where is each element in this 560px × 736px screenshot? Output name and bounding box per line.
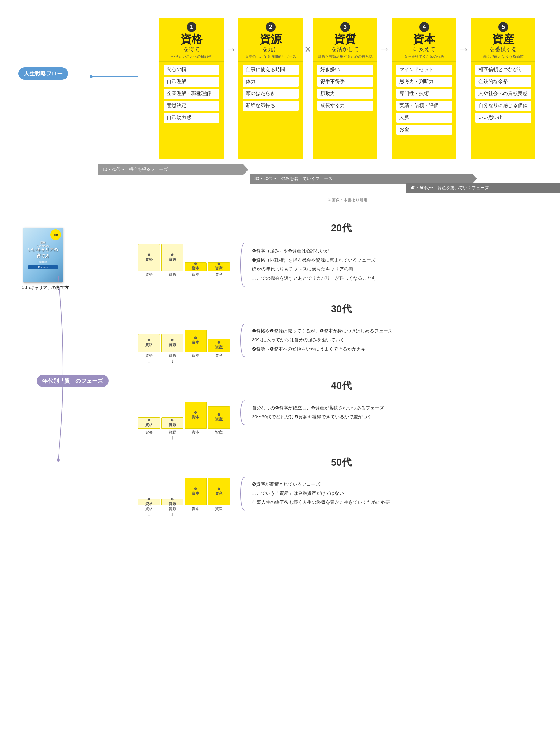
- flow-card-header-4: 4 資本 に変えて 資産を得てくための強み: [392, 18, 456, 62]
- flow-card-3: 3 資質 を活かして 資源を有効活用するための持ち味 好き嫌い得手不得手原動力成…: [313, 18, 377, 159]
- flow-card-item: 意思決定: [164, 101, 219, 111]
- bar-col-1: ❶資格 資格 ↓: [138, 477, 160, 511]
- desc-item: ❷資源→❹資本への変換をいかにうまくできるかがカギ: [252, 345, 393, 353]
- flow-card-item: 原動力: [317, 89, 373, 99]
- brace-desc-30代: ❶資格や❷資源は減ってくるが、❹資本が身につきはじめるフェーズ30代に入ってから…: [239, 321, 548, 360]
- flow-card-header-1: 1 資格 を得て やりたいことへの挑戦権: [159, 18, 224, 62]
- flow-card-2: 2 資源 を元に 資本の元となる時間的リソース 仕事に使える時間体力頭のはたらき…: [238, 18, 303, 159]
- flow-card-header-2: 2 資源 を元に 資本の元となる時間的リソース: [238, 18, 303, 62]
- bar-col-2: ❷資源 資源: [161, 243, 183, 276]
- bar-4: ❹資本: [185, 262, 207, 271]
- flow-card-item: 成長する力: [317, 101, 373, 111]
- bar-col-4: ❹資本 資本: [185, 324, 207, 357]
- flow-card-items-5: 相互信頼とつながり金銭的な余裕人や社会への貢献実感自分なりに感じる価値いい思い出: [471, 62, 535, 159]
- bar-1: ❶資格: [138, 334, 160, 352]
- age-title-20代: 20代: [135, 221, 548, 235]
- bar-col-2: ❷資源 資源 ↓: [161, 477, 183, 511]
- flow-card-title-3: 資質: [315, 33, 375, 45]
- flow-card-items-3: 好き嫌い得手不得手原動力成長する力: [313, 62, 377, 159]
- desc-item: ここでの機会を逃すとあとでリカバリーが難しくなることも: [252, 274, 376, 282]
- brace-svg-20代: [239, 240, 248, 290]
- flow-card-item: 企業理解・職種理解: [164, 89, 219, 99]
- age-sections-label: 年代別「質」のフェーズ: [37, 375, 109, 387]
- age-section-20代: 20代 ❶資格 資格 ❷資源 資源 ❹資本 資本 ❺資産 資産: [135, 221, 548, 290]
- bar-col-2: ❷資源 資源 ↓: [161, 324, 183, 357]
- bar-2: ❷資源: [161, 244, 183, 271]
- bar-4: ❹資本: [185, 330, 207, 352]
- flow-card-title-4: 資本: [394, 33, 454, 45]
- flow-card-title-5: 資産: [474, 33, 533, 45]
- arrow-separator: →: [458, 18, 469, 56]
- age-section-30代: 30代 ❶資格 資格 ↓ ❷資源 資源 ↓ ❹資本 資本 ❺資産 資産: [135, 302, 548, 367]
- desc-item: 自分なりの❹資本が確立し、❺資産が蓄積されつつあるフェーズ: [252, 404, 384, 412]
- flow-card-subtitle-2: を元に: [241, 45, 300, 53]
- age-section-50代: 50代 ❶資格 資格 ↓ ❷資源 資源 ↓ ❹資本 資本 ❺資産 資産: [135, 456, 548, 520]
- ages-container: 年代別「質」のフェーズ20代 ❶資格 資格 ❷資源 資源 ❹資本 資本 ❺資産 …: [74, 221, 548, 520]
- flow-card-items-2: 仕事に使える時間体力頭のはたらき新鮮な気持ち: [238, 62, 303, 159]
- brace-svg-50代: [239, 474, 248, 513]
- desc-item: 仕事人生の終了後も続く人生の終盤を豊かに生きていくために必要: [252, 498, 390, 506]
- bar-chart-30代: ❶資格 資格 ↓ ❷資源 資源 ↓ ❹資本 資本 ❺資産 資産: [135, 321, 233, 367]
- flow-card-item: 専門性・技術: [396, 89, 452, 99]
- flow-card-subtitle-4: に変えて: [394, 45, 454, 53]
- flow-card-item: 実績・信頼・評価: [396, 101, 452, 111]
- age-content-40代: ❶資格 資格 ↓ ❷資源 資源 ↓ ❹資本 資本 ❺資産 資産: [135, 398, 548, 444]
- book-badge: 図解: [50, 229, 61, 240]
- flow-card-item: 相互信頼とつながり: [475, 65, 531, 75]
- bar-2: ❷資源: [161, 418, 183, 429]
- bar-chart-50代: ❶資格 資格 ↓ ❷資源 資源 ↓ ❹資本 資本 ❺資産 資産: [135, 474, 233, 520]
- flow-card-subtitle-5: を蓄積する: [474, 45, 533, 53]
- bar-label-1: 資格: [145, 507, 153, 511]
- flow-card-title-2: 資源: [241, 33, 300, 45]
- flow-card-number-5: 5: [498, 22, 508, 32]
- desc-list-50代: ❺資産が蓄積されているフェーズここでいう「資産」は金融資産だけではない仕事人生の…: [248, 474, 390, 513]
- flow-card-item: 自己効力感: [164, 112, 219, 123]
- bar-label-4: 資本: [192, 272, 199, 276]
- bar-5: ❺資産: [208, 406, 230, 429]
- flow-card-desc-3: 資源を有効活用するための持ち味: [315, 54, 375, 59]
- bar-col-5: ❺資産 資産: [208, 401, 230, 434]
- bar-col-5: ❺資産 資産: [208, 243, 230, 276]
- book-cover: 図解 図解 こうした人から いいキャリアの 育て方 青田 努 Discover: [23, 227, 63, 283]
- bar-label-4: 資本: [192, 430, 199, 434]
- age-section-40代: 40代 ❶資格 資格 ↓ ❷資源 資源 ↓ ❹資本 資本 ❺資産 資産: [135, 379, 548, 444]
- brace-desc-40代: 自分なりの❹資本が確立し、❺資産が蓄積されつつあるフェーズ20〜30代でどれだけ…: [239, 398, 548, 428]
- bottom-section: 図解 図解 こうした人から いいキャリアの 育て方 青田 努 Discover …: [0, 221, 560, 520]
- flow-card-item: 好き嫌い: [317, 65, 373, 75]
- bar-5: ❺資産: [208, 478, 230, 505]
- bar-4: ❹資本: [185, 402, 207, 429]
- bar-label-2: 資源: [169, 430, 176, 434]
- bar-col-5: ❺資産 資産: [208, 324, 230, 357]
- bar-label-4: 資本: [192, 353, 199, 357]
- bar-5: ❺資産: [208, 338, 230, 352]
- desc-item: 20〜30代でどれだけ❷資源を獲得できているかで差がつく: [252, 413, 384, 421]
- bar-2: ❷資源: [161, 334, 183, 352]
- bar-1: ❶資格: [138, 244, 160, 271]
- brace-svg-40代: [239, 398, 248, 428]
- flow-card-item: 人脈: [396, 112, 452, 123]
- bar-1: ❶資格: [138, 499, 160, 505]
- flow-card-number-1: 1: [187, 22, 196, 32]
- desc-item: ❶資格や❷資源は減ってくるが、❹資本が身につきはじめるフェーズ: [252, 327, 393, 335]
- flow-card-number-2: 2: [266, 22, 276, 32]
- bar-chart-40代: ❶資格 資格 ↓ ❷資源 資源 ↓ ❹資本 資本 ❺資産 資産: [135, 398, 233, 444]
- bar-label-1: 資格: [145, 272, 153, 276]
- phase-banner-2: 30・40代〜 強みを磨いていくフェーズ: [250, 173, 477, 184]
- flow-card-item: 頭のはたらき: [243, 89, 299, 99]
- flow-card-item: 得手不得手: [317, 77, 373, 87]
- desc-item: ほかの年代よりもチャンスに満ちたキャリアの旬: [252, 265, 376, 273]
- book-label: 「いいキャリア」の育て方: [17, 285, 69, 291]
- flow-card-desc-2: 資本の元となる時間的リソース: [241, 54, 300, 59]
- desc-item: ここでいう「資産」は金融資産だけではない: [252, 489, 390, 497]
- desc-list-20代: ❹資本（強み）や❺資産は心許ないが、❶資格（挑戦権）を得る機会や資源に恵まれてい…: [248, 240, 376, 290]
- bar-chart-20代: ❶資格 資格 ❷資源 資源 ❹資本 資本 ❺資産 資産: [135, 240, 233, 286]
- age-content-30代: ❶資格 資格 ↓ ❷資源 資源 ↓ ❹資本 資本 ❺資産 資産: [135, 321, 548, 367]
- bar-col-4: ❹資本 資本: [185, 401, 207, 434]
- flow-card-item: 仕事に使える時間: [243, 65, 299, 75]
- bar-label-5: 資産: [215, 430, 223, 434]
- bar-col-2: ❷資源 資源 ↓: [161, 401, 183, 434]
- bar-col-4: ❹資本 資本: [185, 477, 207, 511]
- bar-label-5: 資産: [215, 353, 223, 357]
- flow-card-item: 自己理解: [164, 77, 219, 87]
- flow-card-title-1: 資格: [162, 33, 221, 45]
